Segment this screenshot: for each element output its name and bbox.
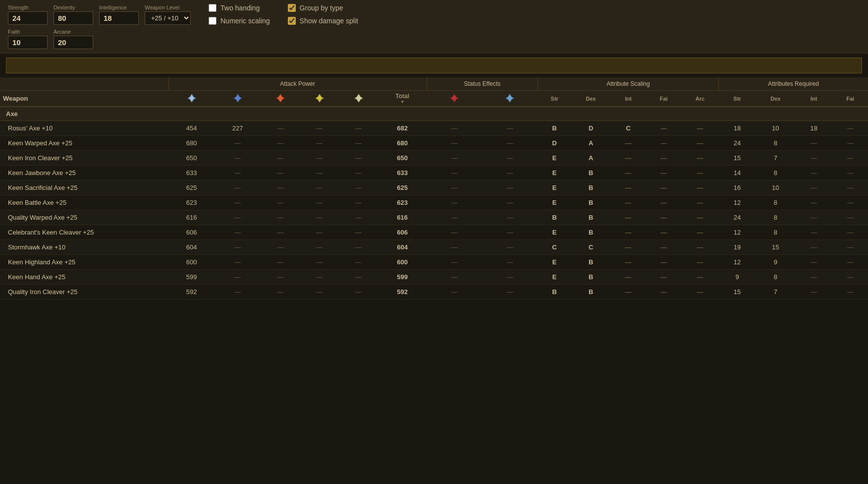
str-scale-cell: C (538, 240, 571, 255)
fai-scale-cell: — (646, 255, 682, 270)
table-row[interactable]: Keen Battle Axe +25623————623——EB———128—… (0, 195, 868, 210)
holy-cell: — (339, 255, 378, 270)
dexterity-stat: Dexterity (54, 4, 93, 25)
weapon-name-cell: Celebrant's Keen Cleaver +25 (0, 225, 168, 240)
se1-cell: — (427, 210, 482, 225)
se1-cell: — (427, 270, 482, 285)
magic-cell: — (215, 151, 261, 166)
lightning-cell: — (300, 285, 339, 300)
holy-cell: — (339, 270, 378, 285)
table-row[interactable]: Keen Sacrificial Axe +25625————625——EB——… (0, 181, 868, 195)
phys-cell: 680 (168, 136, 215, 151)
total-cell: 682 (378, 121, 427, 136)
faith-label: Faith (8, 29, 48, 35)
req-str-cell: 24 (718, 136, 756, 151)
table-row[interactable]: Quality Iron Cleaver +25592————592——BB——… (0, 285, 868, 300)
req-dex-cell: 8 (756, 270, 795, 285)
fai-scale-cell: — (646, 285, 682, 300)
phys-cell: 625 (168, 181, 215, 195)
dexterity-input[interactable] (54, 11, 93, 25)
se2-cell: — (482, 195, 538, 210)
req-fai-cell: — (832, 270, 868, 285)
table-row[interactable]: Keen Highland Axe +25600————600——EB———12… (0, 255, 868, 270)
group-by-type-label[interactable]: Group by type (300, 4, 343, 12)
faith-stat: Faith (8, 29, 48, 49)
numeric-scaling-row: Numeric scaling (209, 17, 270, 25)
se2-cell: — (482, 240, 538, 255)
table-row[interactable]: Keen Hand Axe +25599————599——EB———98—— (0, 270, 868, 285)
weapon-level-select[interactable]: +25 / +10 +24 / +9 +20 / +8 (145, 11, 191, 25)
table-row[interactable]: Rosus' Axe +10454227———682——BDC——181018— (0, 121, 868, 136)
show-damage-split-checkbox[interactable] (288, 17, 296, 25)
str-scale-cell: E (538, 195, 571, 210)
table-row[interactable]: Keen Jawbone Axe +25633————633——EB———148… (0, 166, 868, 181)
se2-cell: — (482, 210, 538, 225)
holy-cell: — (339, 195, 378, 210)
two-handing-checkbox[interactable] (209, 4, 217, 12)
se2-cell: — (482, 166, 538, 181)
fire-icon-header (261, 91, 300, 107)
phys-cell: 600 (168, 255, 215, 270)
table-row[interactable]: Keen Iron Cleaver +25650————650——EA———15… (0, 151, 868, 166)
phys-icon-header (168, 91, 215, 107)
req-fai-cell: — (832, 151, 868, 166)
dex-scale-cell: B (571, 270, 610, 285)
req-int-cell: — (795, 240, 832, 255)
attack-power-header: Attack Power (168, 77, 427, 91)
phys-cell: 633 (168, 166, 215, 181)
lightning-cell: — (300, 121, 339, 136)
fai-scale-cell: — (646, 225, 682, 240)
numeric-scaling-checkbox[interactable] (209, 17, 217, 25)
weapon-name-cell: Keen Sacrificial Axe +25 (0, 181, 168, 195)
req-fai-cell: — (832, 210, 868, 225)
fai-scale-header: Fai (646, 91, 682, 107)
req-fai-cell: — (832, 195, 868, 210)
int-scale-cell: — (610, 255, 646, 270)
numeric-scaling-label[interactable]: Numeric scaling (220, 17, 270, 25)
fai-scale-cell: — (646, 136, 682, 151)
weapon-level-label: Weapon Level (145, 4, 191, 10)
se1-cell: — (427, 181, 482, 195)
int-scale-cell: — (610, 210, 646, 225)
dex-scale-cell: B (571, 225, 610, 240)
se2-icon-header (482, 91, 538, 107)
phys-cell: 623 (168, 195, 215, 210)
arc-scale-cell: — (681, 285, 718, 300)
magic-cell: — (215, 166, 261, 181)
two-handing-label[interactable]: Two handing (220, 4, 260, 12)
total-cell: 599 (378, 270, 427, 285)
intelligence-input[interactable] (99, 11, 139, 25)
fire-cell: — (261, 181, 300, 195)
group-header: Axe (0, 107, 868, 121)
total-cell: 680 (378, 136, 427, 151)
arcane-input[interactable] (54, 36, 93, 49)
phys-cell: 592 (168, 285, 215, 300)
str-scale-header: Str (538, 91, 571, 107)
req-int-cell: — (795, 136, 832, 151)
dex-scale-cell: C (571, 240, 610, 255)
dex-scale-cell: B (571, 166, 610, 181)
req-fai-cell: — (832, 136, 868, 151)
weapon-level-box: Weapon Level +25 / +10 +24 / +9 +20 / +8 (145, 4, 191, 25)
faith-input[interactable] (8, 36, 48, 49)
req-dex-cell: 7 (756, 151, 795, 166)
weapon-name-cell: Keen Warped Axe +25 (0, 136, 168, 151)
total-cell: 592 (378, 285, 427, 300)
fire-cell: — (261, 210, 300, 225)
int-scale-cell: C (610, 121, 646, 136)
dex-scale-cell: B (571, 285, 610, 300)
table-row[interactable]: Celebrant's Keen Cleaver +25606————606——… (0, 225, 868, 240)
strength-input[interactable] (8, 11, 48, 25)
checkboxes-section: Two handing Numeric scaling (209, 4, 270, 25)
group-by-type-checkbox[interactable] (288, 4, 296, 12)
show-damage-split-label[interactable]: Show damage split (300, 17, 358, 25)
int-scale-cell: — (610, 181, 646, 195)
phys-cell: 604 (168, 240, 215, 255)
arc-scale-cell: — (681, 225, 718, 240)
req-fai-cell: — (832, 240, 868, 255)
int-scale-cell: — (610, 240, 646, 255)
table-row[interactable]: Stormhawk Axe +10604————604——CC———1915—— (0, 240, 868, 255)
table-row[interactable]: Keen Warped Axe +25680————680——DA———248—… (0, 136, 868, 151)
table-row[interactable]: Quality Warped Axe +25616————616——BB———2… (0, 210, 868, 225)
magic-cell: — (215, 285, 261, 300)
